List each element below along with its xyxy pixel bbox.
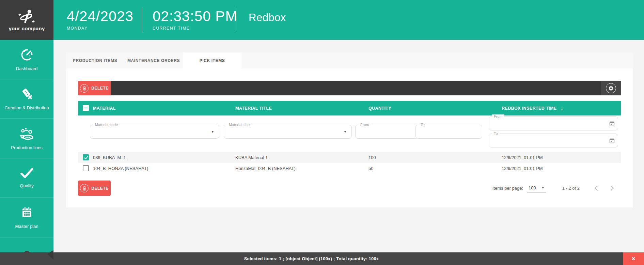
sidebar-item-master-plan[interactable]: Master plan (0, 198, 53, 237)
date-from-filter-input[interactable] (489, 117, 618, 130)
page-title: Redbox (249, 12, 286, 24)
delete-button-label: DELETE (91, 86, 108, 91)
tab-pick-items[interactable]: PICK ITEMS (183, 52, 241, 68)
material-code-filter-input[interactable] (90, 125, 219, 138)
sidebar-item-label: Dashboard (15, 66, 38, 72)
check-icon (19, 167, 35, 180)
current-date: 4/24/2023 (67, 9, 142, 24)
sidebar: your company Dashboard (0, 0, 53, 265)
header-time-block: 02:33:50 PM CURRENT TIME (153, 9, 236, 31)
cell-inserted-time: 12/6/2021, 01:01 PM (502, 163, 543, 174)
previous-page-button[interactable] (595, 185, 600, 191)
delete-button[interactable]: DELETE (78, 181, 111, 196)
date-to-filter-input[interactable] (489, 134, 618, 147)
gauge-icon (20, 47, 34, 63)
sidebar-item-label: Master plan (15, 224, 39, 229)
close-icon: ✕ (631, 256, 636, 262)
header-divider (142, 8, 142, 32)
trash-icon (80, 184, 89, 192)
cell-material-title: HonzaMat_004_B (NESAHAT) (235, 163, 296, 174)
table-header-row: MATERIAL MATERIAL TITLE QUANTITY REDBOX … (78, 101, 621, 115)
cell-material: 104_B_HONZA (NESAHAT) (93, 163, 148, 174)
pagination: Items per page: 100 ▼ 1 - 2 of 2 (492, 183, 613, 193)
header-date-block: 4/24/2023 MONDAY (67, 9, 142, 31)
date-to-filter: To (489, 134, 618, 147)
company-logo-icon (17, 9, 37, 25)
company-logo[interactable]: your company (0, 0, 53, 40)
selection-status-bar: Selected items: 1 ; [object Object] (100… (0, 252, 644, 265)
current-time: 02:33:50 PM (153, 9, 236, 24)
items-per-page-value: 100 (529, 185, 536, 190)
next-page-button[interactable] (609, 185, 614, 191)
redbox-app: your company Dashboard (0, 0, 644, 265)
column-header-material-title[interactable]: MATERIAL TITLE (235, 101, 272, 115)
tab-production-items[interactable]: PRODUCTION ITEMS (66, 52, 124, 68)
delete-selected-button[interactable]: DELETE (78, 81, 111, 95)
chevron-down-icon: ▼ (541, 186, 545, 189)
table-row[interactable]: 039_KUBA_M_1 KUBA Material 1 100 12/6/20… (78, 152, 621, 163)
cell-quantity: 50 (368, 163, 373, 174)
selection-status-message: Selected items: 1 ; [object Object] (100… (0, 252, 623, 265)
column-header-quantity[interactable]: QUANTITY (368, 101, 391, 115)
column-header-redbox-inserted-time[interactable]: REDBOX INSERTED TIME ↓ (502, 101, 563, 115)
sidebar-item-creation-distribution[interactable]: Creation & Distribution (0, 79, 53, 119)
tab-maintenance-orders[interactable]: MAINTENANCE ORDERS (124, 52, 183, 68)
delete-button-label: DELETE (91, 186, 108, 191)
sidebar-item-label: Creation & Distribution (4, 106, 49, 111)
select-all-checkbox[interactable] (83, 105, 89, 111)
table-row[interactable]: 104_B_HONZA (NESAHAT) HonzaMat_004_B (NE… (78, 163, 621, 174)
column-header-label: REDBOX INSERTED TIME (502, 106, 557, 111)
production-line-icon (19, 126, 35, 142)
top-header: 4/24/2023 MONDAY 02:33:50 PM CURRENT TIM… (53, 0, 644, 40)
table-settings-button[interactable] (601, 81, 621, 95)
cell-inserted-time: 12/6/2021, 01:01 PM (502, 152, 543, 163)
cell-quantity: 100 (368, 152, 376, 163)
company-logo-text: your company (9, 26, 45, 31)
quantity-to-filter: To (415, 125, 482, 139)
sort-desc-icon: ↓ (561, 105, 564, 111)
sidebar-item-quality[interactable]: Quality (0, 158, 53, 198)
filter-row: Material code ▼ Material title ▼ From To… (78, 115, 621, 152)
date-from-filter: From (489, 116, 618, 130)
header-divider (236, 8, 236, 32)
tab-bar: PRODUCTION ITEMS MAINTENANCE ORDERS PICK… (66, 52, 633, 68)
row-checkbox[interactable] (83, 154, 89, 160)
sidebar-item-label: Quality (19, 184, 34, 189)
items-per-page-label: Items per page: (492, 186, 523, 191)
row-checkbox[interactable] (83, 165, 89, 171)
pagination-range: 1 - 2 of 2 (562, 186, 580, 191)
pick-items-panel: DELETE MATERIAL MATERIAL TITLE QUANTITY … (66, 68, 633, 207)
quantity-from-filter-input[interactable] (356, 125, 419, 138)
current-day: MONDAY (67, 26, 142, 31)
trash-icon (80, 84, 89, 93)
quantity-from-filter: From (355, 125, 419, 139)
bulk-actions-toolbar: DELETE (78, 81, 621, 95)
sidebar-item-label: Production lines (10, 145, 43, 151)
material-code-filter: Material code ▼ (90, 125, 219, 139)
sidebar-item-dashboard[interactable]: Dashboard (0, 40, 53, 79)
calendar-picker-icon[interactable] (609, 138, 615, 143)
status-bar-close-button[interactable]: ✕ (623, 252, 644, 265)
calendar-icon (20, 206, 34, 221)
quantity-to-filter-input[interactable] (416, 125, 482, 138)
ticket-icon (20, 87, 34, 102)
material-title-filter-input[interactable] (224, 125, 351, 138)
cell-material: 039_KUBA_M_1 (93, 152, 126, 163)
gear-icon (606, 83, 616, 93)
cell-material-title: KUBA Material 1 (235, 152, 268, 163)
column-header-material[interactable]: MATERIAL (93, 101, 116, 115)
calendar-picker-icon[interactable] (609, 121, 615, 126)
sidebar-item-production-lines[interactable]: Production lines (0, 119, 53, 158)
current-time-label: CURRENT TIME (153, 26, 236, 31)
material-title-filter: Material title ▼ (224, 125, 352, 139)
items-per-page-select[interactable]: 100 ▼ (527, 184, 546, 192)
